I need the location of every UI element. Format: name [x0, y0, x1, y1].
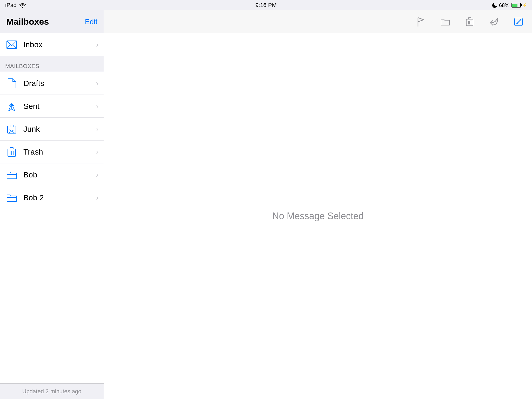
trash-chevron: › — [96, 148, 98, 156]
main-layout: Mailboxes Edit Inbox › — [0, 10, 532, 399]
drafts-label: Drafts — [23, 79, 96, 88]
trash-row[interactable]: Trash › — [0, 141, 104, 163]
mailboxes-list: Drafts › Sent › — [0, 72, 104, 383]
drafts-chevron: › — [96, 79, 98, 88]
sent-label: Sent — [23, 102, 96, 111]
compose-button[interactable] — [513, 16, 524, 28]
svg-point-0 — [22, 7, 23, 8]
svg-rect-22 — [468, 18, 471, 19]
svg-rect-13 — [10, 148, 13, 149]
edit-button[interactable]: Edit — [85, 18, 97, 26]
wifi-icon — [19, 3, 26, 8]
sent-row[interactable]: Sent › — [0, 95, 104, 118]
mailboxes-section-header: MAILBOXES — [0, 56, 104, 72]
battery-percent: 68% — [499, 2, 509, 8]
junk-icon — [5, 123, 18, 136]
inbox-chevron: › — [96, 41, 98, 49]
trash-label: Trash — [23, 148, 96, 156]
junk-label: Junk — [23, 125, 96, 134]
mailboxes-section-label: MAILBOXES — [5, 63, 39, 70]
junk-chevron: › — [96, 125, 98, 133]
drafts-row[interactable]: Drafts › — [0, 72, 104, 95]
move-folder-button[interactable] — [440, 16, 451, 28]
delete-button[interactable] — [464, 16, 475, 28]
bob-row[interactable]: Bob › — [0, 163, 104, 186]
svg-line-3 — [14, 45, 17, 49]
toolbar — [104, 10, 532, 33]
battery-icon: ⚡ — [511, 3, 527, 8]
updated-text: Updated 2 minutes ago — [22, 388, 82, 395]
bob2-label: Bob 2 — [23, 193, 96, 202]
mailboxes-title: Mailboxes — [6, 17, 49, 27]
bob2-chevron: › — [96, 194, 98, 202]
status-left: iPad — [5, 2, 26, 9]
svg-line-2 — [7, 45, 10, 49]
left-panel: Mailboxes Edit Inbox › — [0, 10, 104, 399]
svg-rect-5 — [8, 126, 16, 133]
bob-chevron: › — [96, 171, 98, 179]
status-time: 9:16 PM — [255, 2, 277, 9]
status-right: 68% ⚡ — [492, 2, 527, 8]
nav-bar: Mailboxes Edit — [0, 10, 104, 33]
trash-icon — [5, 145, 18, 158]
device-label: iPad — [5, 2, 17, 9]
bob2-folder-icon — [5, 191, 18, 204]
inbox-row[interactable]: Inbox › — [0, 33, 104, 56]
bob2-row[interactable]: Bob 2 › — [0, 186, 104, 209]
reply-button[interactable] — [488, 16, 500, 28]
flag-button[interactable] — [415, 16, 427, 28]
right-panel: No Message Selected — [104, 10, 532, 399]
empty-state: No Message Selected — [104, 33, 532, 399]
sent-icon — [5, 100, 18, 113]
inbox-icon — [5, 38, 18, 51]
bob-label: Bob — [23, 170, 96, 179]
bob-folder-icon — [5, 168, 18, 181]
moon-icon — [492, 3, 497, 8]
sent-chevron: › — [96, 102, 98, 110]
inbox-section: Inbox › — [0, 33, 104, 56]
bottom-status: Updated 2 minutes ago — [0, 383, 104, 399]
no-message-text: No Message Selected — [272, 211, 364, 222]
drafts-icon — [5, 77, 18, 90]
inbox-label: Inbox — [23, 40, 96, 49]
junk-row[interactable]: Junk › — [0, 118, 104, 141]
status-bar: iPad 9:16 PM 68% ⚡ — [0, 0, 532, 10]
